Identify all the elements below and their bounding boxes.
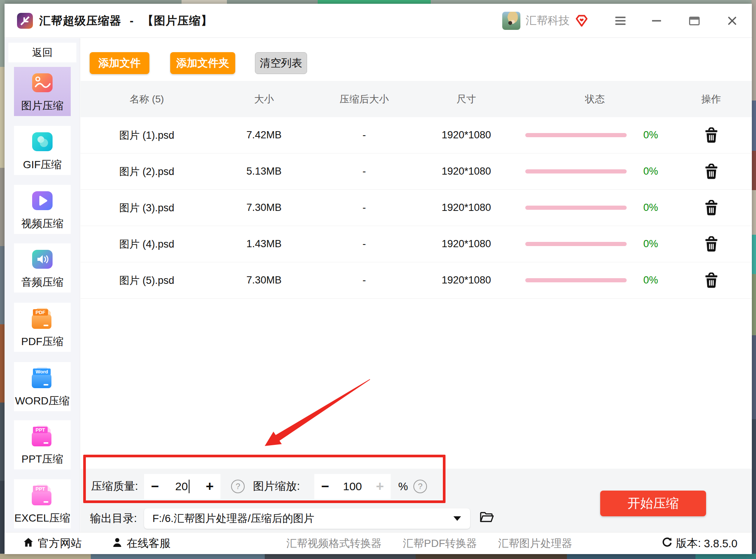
quality-help-icon[interactable]: ? [231, 480, 245, 493]
footer-product-links: 汇帮视频格式转换器 汇帮PDF转换器 汇帮图片处理器 [286, 533, 572, 554]
account-area[interactable]: 汇帮科技 [502, 4, 588, 38]
file-dimensions: 1920*1080 [413, 238, 519, 250]
quality-stepper: − 20 + [144, 474, 220, 499]
delete-trash-icon[interactable] [671, 127, 752, 143]
pdf-badge: PDF [33, 309, 48, 316]
image-processor-link[interactable]: 汇帮图片处理器 [498, 536, 572, 551]
start-compress-button[interactable]: 开始压缩 [600, 491, 706, 516]
progress-bar [525, 206, 627, 210]
sidebar-item-label: WORD压缩 [15, 394, 70, 408]
sidebar-item-audio-compress[interactable]: 音频压缩 [14, 243, 71, 293]
sidebar-item-word-compress[interactable]: Word WORD压缩 [14, 362, 71, 411]
status-cell: 0% [519, 129, 671, 141]
file-dimensions: 1920*1080 [413, 202, 519, 214]
version-area: 版本: 3.8.5.0 [661, 533, 737, 554]
delete-trash-icon[interactable] [671, 273, 752, 288]
page-title: 【图片压缩】 [142, 13, 213, 29]
progress-percent: 0% [643, 238, 658, 250]
compressed-size: - [315, 202, 413, 214]
file-name: 图片 (4).psd [81, 237, 213, 251]
header-size: 大小 [213, 93, 315, 106]
quality-minus-button[interactable]: − [151, 480, 159, 493]
sidebar-item-label: 图片压缩 [21, 99, 64, 113]
progress-percent: 0% [643, 202, 658, 214]
file-name: 图片 (3).psd [81, 201, 213, 215]
online-service-link[interactable]: 在线客服 [112, 533, 171, 554]
video-converter-link[interactable]: 汇帮视频格式转换器 [286, 536, 382, 551]
quality-value-field[interactable]: 20 [175, 480, 189, 493]
file-name: 图片 (5).psd [81, 274, 213, 287]
add-folder-button[interactable]: 添加文件夹 [170, 52, 235, 74]
file-size: 7.30MB [213, 202, 315, 214]
main-content: 添加文件 添加文件夹 清空列表 名称 (5) 大小 压缩后大小 尺寸 状态 操作… [81, 38, 752, 532]
progress-bar [525, 242, 627, 246]
status-cell: 0% [519, 274, 671, 286]
scale-stepper: − 100 + [314, 474, 391, 499]
menu-icon[interactable] [609, 4, 632, 38]
official-site-label: 官方网站 [38, 536, 82, 551]
progress-bar [525, 278, 627, 282]
scale-minus-button[interactable]: − [321, 480, 329, 493]
close-button[interactable] [721, 4, 744, 38]
image-compress-icon [31, 71, 54, 94]
delete-trash-icon[interactable] [671, 164, 752, 180]
window-title: 汇帮超级压缩器 - 【图片压缩】 [39, 4, 213, 38]
table-row: 图片 (2).psd 5.13MB - 1920*1080 0% [81, 153, 752, 190]
status-cell: 0% [519, 238, 671, 250]
file-dimensions: 1920*1080 [413, 166, 519, 177]
progress-percent: 0% [643, 129, 658, 141]
maximize-button[interactable] [683, 4, 706, 38]
refresh-icon[interactable] [661, 537, 673, 551]
progress-percent: 0% [643, 166, 658, 177]
word-badge: Word [33, 369, 51, 375]
footer: 官方网站 在线客服 汇帮视频格式转换器 汇帮PDF转换器 汇帮图片处理器 版本:… [5, 532, 752, 554]
add-file-button[interactable]: 添加文件 [90, 52, 149, 74]
file-size: 1.43MB [213, 238, 315, 250]
header-name: 名称 (5) [81, 93, 213, 106]
sidebar-item-label: GIF压缩 [23, 158, 62, 172]
table-header: 名称 (5) 大小 压缩后大小 尺寸 状态 操作 [81, 81, 752, 117]
scale-plus-button[interactable]: + [376, 480, 384, 493]
scale-value-field[interactable]: 100 [343, 480, 362, 493]
app-window: 汇帮超级压缩器 - 【图片压缩】 汇帮科技 返回 [5, 4, 752, 554]
video-compress-icon [31, 189, 54, 212]
output-dir-dropdown[interactable]: F:/6.汇帮图片处理器/压缩后的图片 [144, 508, 470, 529]
sidebar-item-pdf-compress[interactable]: PDF PDF压缩 [14, 303, 71, 352]
sidebar-item-label: PDF压缩 [21, 334, 64, 349]
user-avatar[interactable] [502, 12, 520, 30]
sidebar-item-video-compress[interactable]: 视频压缩 [14, 185, 71, 234]
desktop-wallpaper-right [751, 0, 756, 559]
header-compressed-size: 压缩后大小 [315, 93, 413, 106]
output-dir-label: 输出目录: [90, 505, 137, 532]
sidebar-item-excel-compress[interactable]: PPT EXCEL压缩 [14, 479, 71, 528]
vip-badge-icon[interactable] [575, 14, 588, 28]
minimize-button[interactable] [645, 4, 668, 38]
official-site-link[interactable]: 官方网站 [23, 533, 82, 554]
delete-trash-icon[interactable] [671, 236, 752, 252]
table-row: 图片 (4).psd 1.43MB - 1920*1080 0% [81, 226, 752, 262]
header-action: 操作 [671, 93, 752, 106]
file-name: 图片 (2).psd [81, 165, 213, 178]
table-row: 图片 (3).psd 7.30MB - 1920*1080 0% [81, 190, 752, 226]
excel-folder-icon: PPT [31, 484, 54, 506]
sidebar-item-gif-compress[interactable]: GIF压缩 [14, 126, 71, 175]
pdf-converter-link[interactable]: 汇帮PDF转换器 [403, 536, 477, 551]
person-icon [112, 537, 123, 551]
sidebar-item-image-compress[interactable]: 图片压缩 [14, 67, 71, 116]
sidebar-item-ppt-compress[interactable]: PPT PPT压缩 [14, 420, 71, 469]
delete-trash-icon[interactable] [671, 200, 752, 216]
quality-plus-button[interactable]: + [206, 480, 214, 493]
scale-help-icon[interactable]: ? [413, 480, 427, 493]
header-dimensions: 尺寸 [413, 93, 519, 106]
progress-bar [525, 133, 627, 137]
file-dimensions: 1920*1080 [413, 129, 519, 141]
account-name: 汇帮科技 [526, 13, 570, 28]
clear-list-button[interactable]: 清空列表 [255, 52, 307, 74]
online-service-label: 在线客服 [127, 536, 171, 551]
back-button[interactable]: 返回 [8, 43, 76, 62]
title-bar: 汇帮超级压缩器 - 【图片压缩】 汇帮科技 [5, 4, 752, 38]
version-label: 版本: [676, 536, 701, 551]
output-dir-path: F:/6.汇帮图片处理器/压缩后的图片 [152, 511, 453, 526]
browse-folder-icon[interactable] [479, 511, 494, 525]
percent-sign: % [398, 469, 408, 504]
